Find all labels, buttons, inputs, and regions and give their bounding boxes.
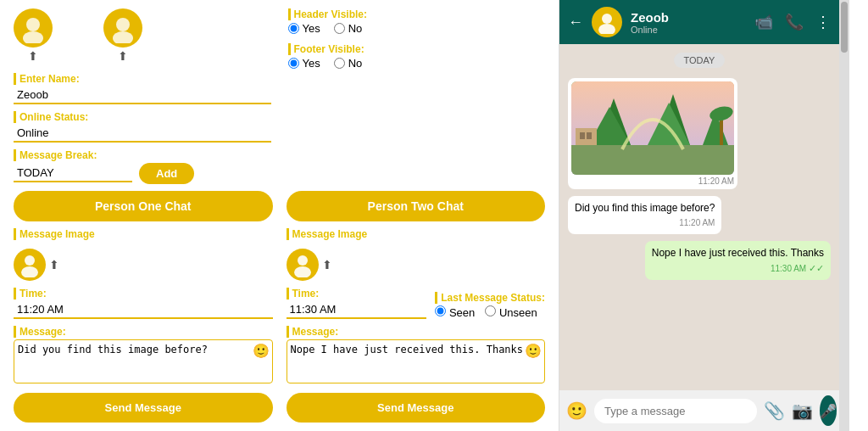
person-one-emoji-icon[interactable]: 🙂 bbox=[253, 343, 270, 359]
upload-icon-1[interactable]: ⬆ bbox=[28, 49, 38, 63]
person-two-emoji-icon[interactable]: 🙂 bbox=[525, 343, 542, 359]
svg-point-7 bbox=[294, 266, 311, 277]
svg-point-8 bbox=[602, 14, 612, 24]
person-one-message-input[interactable]: Did you find this image before? bbox=[14, 339, 273, 383]
name-input[interactable] bbox=[14, 87, 271, 104]
seen-radio[interactable] bbox=[435, 305, 446, 316]
person-two-msg-image-label: Message Image bbox=[287, 228, 546, 240]
person-one-time-label: Time: bbox=[14, 288, 273, 299]
wa-msg1-text: Did you find this image before? bbox=[575, 202, 715, 214]
svg-rect-20 bbox=[580, 132, 585, 139]
upload-icon-2[interactable]: ⬆ bbox=[118, 49, 128, 63]
wa-date-badge: TODAY bbox=[674, 53, 726, 68]
wa-call-icon[interactable]: 📞 bbox=[785, 13, 804, 31]
person-one-message-field: Message: Did you find this image before?… bbox=[14, 326, 273, 386]
footer-no-label[interactable]: No bbox=[334, 57, 363, 70]
wa-header: ← Zeoob Online 📹 📞 ⋮ bbox=[559, 0, 839, 44]
config-panel: ⬆ ⬆ Enter Name: Online Status: Message B… bbox=[0, 0, 559, 431]
header-visible-radios: Yes No bbox=[288, 22, 546, 35]
wa-emoji-icon[interactable]: 🙂 bbox=[566, 400, 587, 421]
wa-camera-icon[interactable]: 📷 bbox=[792, 400, 813, 421]
left-config: ⬆ ⬆ Enter Name: Online Status: Message B… bbox=[14, 8, 271, 184]
svg-point-0 bbox=[26, 18, 40, 31]
person-two-time-field: Time: bbox=[287, 288, 427, 319]
footer-no-radio[interactable] bbox=[334, 58, 345, 69]
unseen-label[interactable]: Unseen bbox=[485, 305, 537, 319]
footer-yes-label[interactable]: Yes bbox=[288, 57, 320, 70]
avatar-circle-1 bbox=[14, 8, 53, 48]
person-two-message-input[interactable]: Nope I have just received this. Thanks bbox=[287, 339, 546, 383]
svg-point-3 bbox=[113, 31, 133, 43]
wa-avatar bbox=[592, 7, 622, 37]
wa-video-icon[interactable]: 📹 bbox=[754, 13, 773, 31]
message-break-input[interactable] bbox=[14, 165, 132, 182]
svg-point-9 bbox=[598, 24, 615, 34]
person-one-time-field: Time: bbox=[14, 288, 273, 319]
person-one-message-label: Message: bbox=[14, 326, 273, 338]
person-one-upload-icon[interactable]: ⬆ bbox=[49, 258, 59, 271]
person-two-button[interactable]: Person Two Chat bbox=[287, 191, 546, 221]
scrollbar[interactable] bbox=[839, 0, 849, 431]
enter-name-label: Enter Name: bbox=[14, 73, 271, 85]
person-two-upload-icon[interactable]: ⬆ bbox=[322, 258, 332, 271]
svg-rect-21 bbox=[587, 132, 592, 139]
person-two-avatar bbox=[287, 249, 319, 281]
avatar-circle-2 bbox=[103, 8, 142, 48]
person-two-time-input[interactable] bbox=[287, 301, 427, 319]
wa-received-bubble: Did you find this image before? 11:20 AM bbox=[568, 196, 721, 234]
person-one-textarea-wrap: Did you find this image before? 🙂 bbox=[14, 339, 273, 386]
last-msg-status-radios: Seen Unseen bbox=[435, 305, 545, 319]
person-one-time-input[interactable] bbox=[14, 301, 273, 319]
wa-more-icon[interactable]: ⋮ bbox=[815, 13, 831, 31]
person-two-message-field: Message: Nope I have just received this.… bbox=[287, 326, 546, 386]
wa-image-placeholder bbox=[571, 81, 734, 175]
wa-back-icon[interactable]: ← bbox=[568, 14, 583, 31]
avatars-row: ⬆ ⬆ bbox=[14, 8, 271, 63]
wa-msg2-text: Nope I have just received this. Thanks bbox=[652, 247, 824, 259]
online-status-label: Online Status: bbox=[14, 111, 271, 123]
header-yes-label[interactable]: Yes bbox=[288, 22, 320, 35]
person-one-button[interactable]: Person One Chat bbox=[14, 191, 273, 221]
unseen-radio[interactable] bbox=[485, 305, 496, 316]
wa-attachment-icon[interactable]: 📎 bbox=[764, 400, 785, 421]
footer-visible-radios: Yes No bbox=[288, 57, 546, 70]
person-one-avatar-row: ⬆ bbox=[14, 249, 273, 281]
header-yes-radio[interactable] bbox=[288, 23, 299, 34]
header-no-label[interactable]: No bbox=[334, 22, 363, 35]
wa-messages: TODAY bbox=[559, 44, 839, 390]
enter-name-field: Enter Name: bbox=[14, 73, 271, 104]
header-no-radio[interactable] bbox=[334, 23, 345, 34]
wa-message-input[interactable] bbox=[594, 399, 757, 423]
wa-image-message: 11:20 AM bbox=[568, 78, 737, 189]
svg-point-5 bbox=[21, 266, 38, 277]
person-two-send-button[interactable]: Send Message bbox=[287, 393, 546, 423]
message-break-row: Add bbox=[14, 163, 271, 184]
wa-mic-button[interactable]: 🎤 bbox=[820, 395, 837, 426]
status-input[interactable] bbox=[14, 125, 271, 143]
svg-point-6 bbox=[298, 255, 308, 266]
header-visible-label: Header Visible: bbox=[288, 8, 546, 20]
person-one-send-button[interactable]: Send Message bbox=[14, 393, 273, 423]
person-two-time-label: Time: bbox=[287, 288, 427, 299]
scrollbar-thumb[interactable] bbox=[841, 2, 848, 53]
wa-contact-name: Zeoob bbox=[631, 10, 746, 25]
message-break-label: Message Break: bbox=[14, 149, 271, 161]
header-visible-field: Header Visible: Yes No bbox=[288, 8, 546, 35]
svg-rect-19 bbox=[576, 128, 597, 145]
whatsapp-panel: ← Zeoob Online 📹 📞 ⋮ TODAY bbox=[559, 0, 839, 431]
add-button[interactable]: Add bbox=[139, 163, 194, 184]
wa-footer: 🙂 📎 📷 🎤 bbox=[559, 390, 839, 431]
right-config: Header Visible: Yes No Footer Visible: bbox=[288, 8, 546, 184]
seen-label[interactable]: Seen bbox=[435, 305, 475, 319]
footer-yes-radio[interactable] bbox=[288, 58, 299, 69]
person-one-avatar bbox=[14, 249, 46, 281]
person-two-textarea-wrap: Nope I have just received this. Thanks 🙂 bbox=[287, 339, 546, 386]
person-two-avatar-row: ⬆ bbox=[287, 249, 546, 281]
wa-action-icons: 📹 📞 ⋮ bbox=[754, 13, 831, 31]
person-one-msg-image-label: Message Image bbox=[14, 228, 273, 240]
message-break-field: Message Break: Add bbox=[14, 149, 271, 184]
svg-point-1 bbox=[23, 31, 43, 43]
footer-visible-field: Footer Visible: Yes No bbox=[288, 43, 546, 70]
last-msg-status-label: Last Message Status: bbox=[435, 292, 545, 304]
online-status-field: Online Status: bbox=[14, 111, 271, 143]
